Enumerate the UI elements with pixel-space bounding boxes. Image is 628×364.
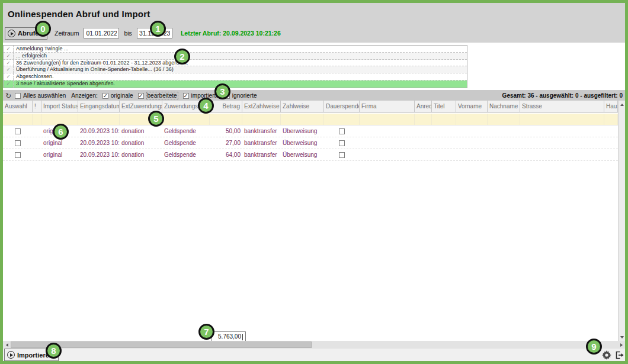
column-header[interactable]: Import Status [41, 101, 78, 112]
table-cell [324, 149, 360, 160]
column-header[interactable]: Titel [432, 101, 456, 112]
filter-bar: ↻ Alles auswählen Anzeigen: originalebea… [3, 90, 625, 101]
table-cell [33, 137, 41, 149]
scroll-left-icon[interactable] [3, 341, 11, 349]
row-checkbox[interactable] [339, 152, 345, 158]
vertical-scrollbar[interactable] [618, 101, 625, 341]
column-header-label: ExtZahlweise [244, 101, 279, 112]
refresh-icon[interactable]: ↻ [5, 92, 14, 99]
table-cell [604, 137, 618, 149]
column-header[interactable]: ! [33, 101, 41, 112]
table-body: original20.09.2023 10:2...donationGeldsp… [3, 113, 618, 341]
filter-cell[interactable] [415, 114, 432, 125]
gear-icon[interactable] [602, 350, 611, 360]
row-checkbox[interactable] [15, 152, 21, 158]
column-header-label: Auswahl [5, 101, 27, 112]
table-cell [360, 125, 415, 137]
column-header[interactable]: Dauerspende [324, 101, 360, 112]
filter-cell[interactable] [281, 114, 324, 125]
table-cell [604, 149, 618, 160]
filter-cell[interactable] [324, 114, 360, 125]
play-circle-icon [7, 351, 15, 359]
table-cell: Überweisung [281, 137, 324, 149]
filter-cell[interactable] [360, 114, 415, 125]
annotation-circle-1: 1 [150, 21, 166, 37]
column-header[interactable]: Vorname [456, 101, 488, 112]
filter-checkbox[interactable] [102, 93, 108, 99]
column-header-label: Import Status [43, 101, 78, 112]
column-header-label: Vorname [458, 101, 482, 112]
filter-checkbox[interactable] [183, 93, 189, 99]
column-header[interactable]: Betrag [210, 101, 242, 112]
title-bar: Onlinespenden Abruf und Import [3, 3, 625, 24]
date-from-input[interactable] [84, 28, 119, 38]
table-filter-row[interactable] [3, 114, 618, 125]
table-cell: banktransfer [242, 137, 281, 149]
filter-checkbox[interactable] [138, 93, 144, 99]
betrag-sum-field[interactable]: 5.763,00 [212, 331, 246, 342]
table-cell [488, 125, 520, 137]
table-cell: Überweisung [281, 149, 324, 160]
column-header[interactable]: Anrede [415, 101, 432, 112]
column-header[interactable]: Zahlweise [281, 101, 324, 112]
column-header[interactable]: ExtZahlweise [242, 101, 281, 112]
horizontal-scrollbar[interactable] [3, 341, 625, 349]
column-header[interactable]: Nachname [488, 101, 520, 112]
column-header-label: Betrag [223, 101, 240, 112]
table-cell: donation [120, 125, 162, 137]
scroll-down-icon[interactable] [619, 333, 626, 341]
table-cell [415, 137, 432, 149]
column-header-label: Strasse [522, 101, 542, 112]
select-all-checkbox[interactable] [15, 93, 21, 99]
column-header[interactable]: Hausnr [604, 101, 618, 112]
log-row: ✓Abgeschlossen. [4, 73, 467, 80]
filter-cell[interactable] [488, 114, 520, 125]
toolbar: Abrufen Zeitraum bis Letzter Abruf: 20.0… [3, 24, 625, 43]
table-header-row: Auswahl!Import StatusEingangsdatum▽ExtZu… [3, 101, 618, 112]
log-message: Überführung / Aktualisierung in Online-S… [14, 66, 174, 73]
table-row[interactable]: original20.09.2023 10:2...donationGeldsp… [3, 149, 618, 161]
column-header-label: Eingangsdatum [80, 101, 120, 112]
filter-cell[interactable] [210, 114, 242, 125]
table-row[interactable]: original20.09.2023 10:2...donationGeldsp… [3, 137, 618, 149]
column-header[interactable]: Strasse [520, 101, 604, 112]
filter-cell[interactable] [242, 114, 281, 125]
filter-cell[interactable] [33, 114, 41, 125]
scroll-right-icon[interactable] [617, 341, 625, 349]
filter-cell[interactable] [604, 114, 618, 125]
table-cell [33, 125, 41, 137]
check-icon: ✓ [4, 46, 14, 52]
filter-cell[interactable] [456, 114, 488, 125]
exit-icon[interactable] [614, 350, 624, 360]
row-checkbox[interactable] [339, 128, 345, 134]
filter-cell[interactable] [3, 114, 33, 125]
table-row[interactable]: original20.09.2023 10:2...donationGeldsp… [3, 125, 618, 137]
check-icon: ✓ [4, 60, 14, 66]
table-cell [456, 149, 488, 160]
log-row: ✓Überführung / Aktualisierung in Online-… [4, 66, 467, 73]
filter-cell[interactable] [78, 114, 120, 125]
filter-option: originale [102, 92, 133, 99]
column-header[interactable]: Eingangsdatum▽ [78, 101, 120, 112]
last-fetch-status: Letzter Abruf: 20.09.2023 10:21:26 [181, 30, 281, 37]
column-header[interactable]: Firma [360, 101, 415, 112]
check-icon: ✓ [4, 53, 14, 59]
filter-cell[interactable] [520, 114, 604, 125]
log-message: ... erfolgreich [14, 53, 47, 59]
row-checkbox[interactable] [339, 140, 345, 146]
column-header-label: Firma [361, 101, 377, 112]
filter-cell[interactable] [432, 114, 456, 125]
column-header[interactable]: Auswahl [3, 101, 33, 112]
table-cell [520, 125, 604, 137]
scroll-up-icon[interactable] [619, 101, 626, 108]
log-row: ✓Anmeldung Twingle ... [4, 46, 467, 53]
table-cell [415, 149, 432, 160]
filter-cell[interactable] [162, 114, 210, 125]
column-header-label: Hausnr [606, 101, 618, 112]
annotation-circle-4: 4 [198, 98, 214, 114]
table-cell [488, 149, 520, 160]
annotation-circle-9: 9 [586, 339, 602, 355]
table-rows: original20.09.2023 10:2...donationGeldsp… [3, 125, 618, 161]
row-checkbox[interactable] [15, 128, 21, 134]
row-checkbox[interactable] [15, 140, 21, 146]
